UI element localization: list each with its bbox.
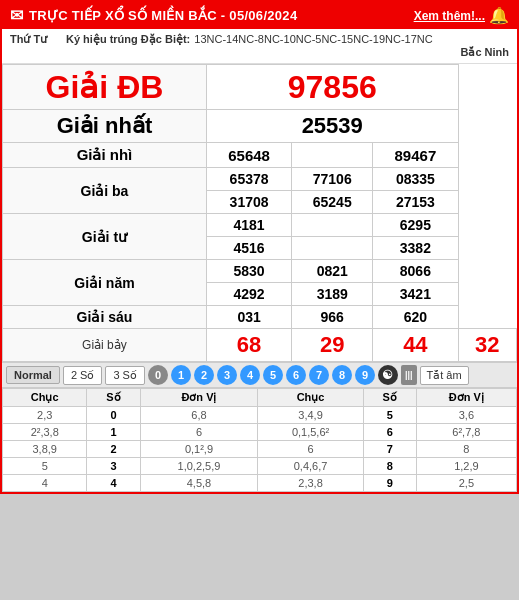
col-chuc2: Chục xyxy=(258,389,363,407)
giai-ba-v2: 77106 xyxy=(292,168,373,191)
special-label: Ký hiệu trúng Đặc Biệt: xyxy=(66,33,190,46)
tab-2so[interactable]: 2 Số xyxy=(63,366,103,385)
giai-ba-v1: 65378 xyxy=(206,168,291,191)
giai-tu-empty xyxy=(292,214,373,237)
main-container: ✉ TRỰC TIẾP XỔ SỐ MIỀN BẮC - 05/06/2024 … xyxy=(0,0,519,494)
tabs-bar: Normal 2 Số 3 Số 0 1 2 3 4 5 6 7 8 9 ☯ |… xyxy=(2,362,517,388)
giai-bay-row: Giải bảy68294432 xyxy=(3,329,517,362)
more-link[interactable]: Xem thêm!... xyxy=(414,9,485,23)
giai-nhi-v2: 89467 xyxy=(373,143,458,168)
giai-ba-v4: 31708 xyxy=(206,191,291,214)
giai-nhi-v1: 65648 xyxy=(206,143,291,168)
giai-sau-label: Giải sáu xyxy=(3,306,207,329)
giai-db-label: Giải ĐB xyxy=(3,65,207,110)
giai-tu-row1: Giải tư 4181 6295 xyxy=(3,214,517,237)
giai-sau-v1: 031 xyxy=(206,306,291,329)
giai-nhi-label: Giải nhì xyxy=(3,143,207,168)
giai-sau-v2: 966 xyxy=(292,306,373,329)
giai-nam-v1: 5830 xyxy=(206,260,291,283)
giai-nam-label: Giải năm xyxy=(3,260,207,306)
circle-4[interactable]: 4 xyxy=(240,365,260,385)
giai-ba-v5: 65245 xyxy=(292,191,373,214)
col-chuc1: Chục xyxy=(3,389,87,407)
giai-db-value: 97856 xyxy=(206,65,458,110)
bottom-row-1: 2²,3,8160,1,5,6²66²,7,8 xyxy=(3,424,517,441)
giai-tu-v1: 4181 xyxy=(206,214,291,237)
giai-sau-v3: 620 xyxy=(373,306,458,329)
giai-ba-row1: Giải ba 65378 77106 08335 xyxy=(3,168,517,191)
giai-tu-label: Giải tư xyxy=(3,214,207,260)
circle-5[interactable]: 5 xyxy=(263,365,283,385)
giai-bay-v4: 32 xyxy=(458,329,516,362)
giai-nam-v5: 3189 xyxy=(292,283,373,306)
giai-nam-v2: 0821 xyxy=(292,260,373,283)
mail-icon: ✉ xyxy=(10,6,23,25)
giai-bay-v3: 44 xyxy=(373,329,458,362)
giai-bay-v2: 29 xyxy=(292,329,373,362)
giai-sau-row: Giải sáu 031 966 620 xyxy=(3,306,517,329)
bell-icon: 🔔 xyxy=(489,6,509,25)
header: ✉ TRỰC TIẾP XỔ SỐ MIỀN BẮC - 05/06/2024 … xyxy=(2,2,517,29)
giai-bay-label: Giải bảy xyxy=(3,329,207,362)
header-left: ✉ TRỰC TIẾP XỔ SỐ MIỀN BẮC - 05/06/2024 xyxy=(10,6,297,25)
special-codes: 13NC-14NC-8NC-10NC-5NC-15NC-19NC-17NC xyxy=(194,33,432,45)
bottom-table: Chục Số Đơn Vị Chục Số Đơn Vị 2,306,83,4… xyxy=(2,388,517,492)
giai-nam-v6: 3421 xyxy=(373,283,458,306)
circle-6[interactable]: 6 xyxy=(286,365,306,385)
circle-3[interactable]: 3 xyxy=(217,365,237,385)
col-donvi1: Đơn Vị xyxy=(140,389,258,407)
bottom-row-3: 531,0,2,5,90,4,6,781,2,9 xyxy=(3,458,517,475)
giai-db-row: Giải ĐB 97856 xyxy=(3,65,517,110)
giai-nam-v4: 4292 xyxy=(206,283,291,306)
giai-nhi-row: Giải nhì 65648 89467 xyxy=(3,143,517,168)
giai-nhi-v2-empty xyxy=(292,143,373,168)
circle-7[interactable]: 7 xyxy=(309,365,329,385)
giai-nam-v3: 8066 xyxy=(373,260,458,283)
giai-nhat-value: 25539 xyxy=(206,110,458,143)
giai-bay-v1: 68 xyxy=(206,329,291,362)
stat-icon[interactable]: ||| xyxy=(401,365,417,385)
bottom-row-2: 3,8,920,1²,9678 xyxy=(3,441,517,458)
giai-tu-v3: 4516 xyxy=(206,237,291,260)
bottom-row-4: 444,5,82,3,892,5 xyxy=(3,475,517,492)
bottom-row-0: 2,306,83,4,953,6 xyxy=(3,407,517,424)
giai-ba-v3: 08335 xyxy=(373,168,458,191)
tab-3so[interactable]: 3 Số xyxy=(105,366,145,385)
circle-9[interactable]: 9 xyxy=(355,365,375,385)
circle-0[interactable]: 0 xyxy=(148,365,168,385)
day-label: Thứ Tư xyxy=(10,33,62,46)
col-so2: Số xyxy=(363,389,416,407)
giai-tu-empty2 xyxy=(292,237,373,260)
tab-normal[interactable]: Normal xyxy=(6,366,60,384)
col-donvi2: Đơn Vị xyxy=(416,389,516,407)
sound-button[interactable]: Tắt âm xyxy=(420,366,469,385)
col-so1: Số xyxy=(87,389,140,407)
giai-nam-row1: Giải năm 5830 0821 8066 xyxy=(3,260,517,283)
results-table: Giải ĐB 97856 Giải nhất 25539 Giải nhì 6… xyxy=(2,64,517,362)
circle-8[interactable]: 8 xyxy=(332,365,352,385)
circle-1[interactable]: 1 xyxy=(171,365,191,385)
region-label: Bắc Ninh xyxy=(10,46,509,59)
giai-ba-v6: 27153 xyxy=(373,191,458,214)
header-right: Xem thêm!... 🔔 xyxy=(414,6,509,25)
giai-ba-label: Giải ba xyxy=(3,168,207,214)
yin-yang-icon[interactable]: ☯ xyxy=(378,365,398,385)
subheader: Thứ Tư Ký hiệu trúng Đặc Biệt: 13NC-14NC… xyxy=(2,29,517,64)
giai-tu-v2: 6295 xyxy=(373,214,458,237)
circle-2[interactable]: 2 xyxy=(194,365,214,385)
header-title: TRỰC TIẾP XỔ SỐ MIỀN BẮC - 05/06/2024 xyxy=(29,8,297,23)
giai-nhat-label: Giải nhất xyxy=(3,110,207,143)
giai-nhat-row: Giải nhất 25539 xyxy=(3,110,517,143)
giai-tu-v4: 3382 xyxy=(373,237,458,260)
